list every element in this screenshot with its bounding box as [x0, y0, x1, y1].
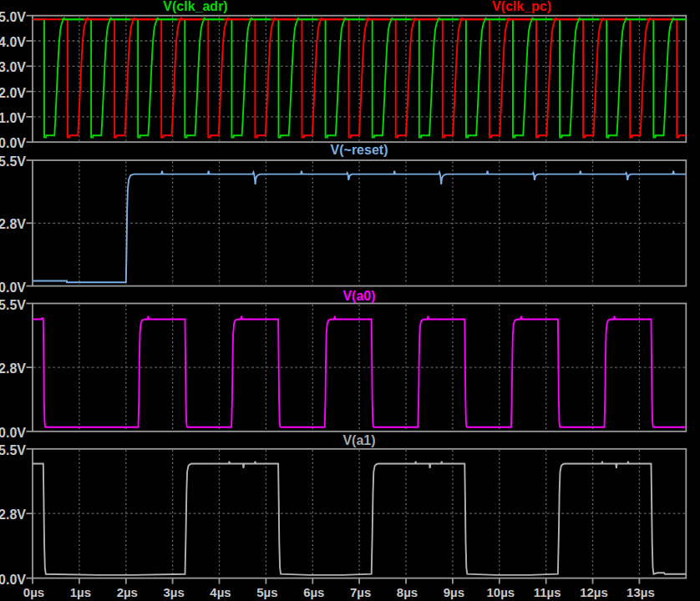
- svg-text:5µs: 5µs: [256, 585, 277, 599]
- svg-text:6µs: 6µs: [303, 585, 324, 599]
- svg-text:13µs: 13µs: [626, 585, 655, 599]
- svg-text:V(~reset): V(~reset): [331, 143, 388, 157]
- svg-text:4.0V: 4.0V: [0, 35, 26, 49]
- svg-text:V(a0): V(a0): [342, 289, 375, 303]
- svg-text:5.5V: 5.5V: [0, 298, 26, 312]
- svg-text:2.8V: 2.8V: [0, 217, 26, 231]
- svg-text:4µs: 4µs: [210, 585, 231, 599]
- svg-text:V(clk_adr): V(clk_adr): [163, 0, 227, 13]
- svg-text:0.0V: 0.0V: [0, 280, 26, 295]
- svg-text:5.5V: 5.5V: [0, 154, 26, 169]
- svg-text:3µs: 3µs: [163, 585, 184, 599]
- svg-text:5.5V: 5.5V: [0, 443, 26, 457]
- svg-text:2.8V: 2.8V: [0, 361, 26, 376]
- svg-text:12µs: 12µs: [580, 585, 608, 599]
- svg-text:2µs: 2µs: [117, 585, 138, 599]
- svg-text:1µs: 1µs: [70, 585, 91, 599]
- svg-text:0.0V: 0.0V: [0, 426, 26, 440]
- svg-text:2.8V: 2.8V: [0, 508, 26, 522]
- svg-text:5.0V: 5.0V: [0, 10, 26, 24]
- svg-text:7µs: 7µs: [350, 585, 371, 599]
- svg-text:3.0V: 3.0V: [0, 60, 26, 74]
- svg-text:8µs: 8µs: [397, 585, 418, 599]
- svg-text:0.0V: 0.0V: [0, 136, 26, 150]
- svg-text:10µs: 10µs: [486, 585, 515, 599]
- svg-text:2.0V: 2.0V: [0, 86, 26, 100]
- svg-text:0µs: 0µs: [23, 585, 44, 599]
- svg-text:1.0V: 1.0V: [0, 111, 26, 125]
- svg-text:11µs: 11µs: [534, 585, 561, 599]
- svg-text:V(clk_pc): V(clk_pc): [492, 0, 551, 13]
- svg-text:V(a1): V(a1): [342, 433, 375, 447]
- svg-text:0.0V: 0.0V: [0, 573, 26, 587]
- svg-text:9µs: 9µs: [444, 585, 464, 599]
